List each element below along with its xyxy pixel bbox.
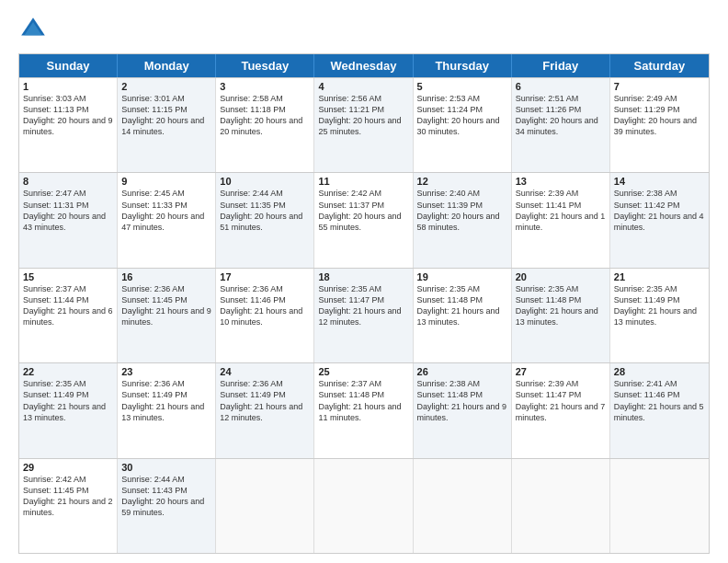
header-day-thursday: Thursday — [414, 54, 512, 77]
cal-cell: 8Sunrise: 2:47 AM Sunset: 11:31 PM Dayli… — [19, 173, 118, 267]
cal-cell — [414, 459, 512, 553]
day-number: 15 — [23, 271, 113, 282]
cal-cell: 26Sunrise: 2:38 AM Sunset: 11:48 PM Dayl… — [414, 363, 512, 457]
cal-cell: 10Sunrise: 2:44 AM Sunset: 11:35 PM Dayl… — [216, 173, 314, 267]
day-info: Sunrise: 2:35 AM Sunset: 11:48 PM Daylig… — [516, 283, 606, 328]
cal-cell: 20Sunrise: 2:35 AM Sunset: 11:48 PM Dayl… — [512, 269, 610, 362]
cal-cell: 9Sunrise: 2:45 AM Sunset: 11:33 PM Dayli… — [118, 173, 216, 267]
day-number: 19 — [417, 271, 507, 282]
day-number: 10 — [220, 176, 310, 187]
cal-cell: 15Sunrise: 2:37 AM Sunset: 11:44 PM Dayl… — [19, 269, 118, 362]
day-info: Sunrise: 2:40 AM Sunset: 11:39 PM Daylig… — [417, 188, 507, 233]
day-number: 18 — [318, 271, 408, 282]
day-number: 28 — [614, 366, 705, 377]
cal-cell: 11Sunrise: 2:42 AM Sunset: 11:37 PM Dayl… — [314, 173, 413, 267]
cal-cell: 23Sunrise: 2:36 AM Sunset: 11:49 PM Dayl… — [118, 363, 216, 457]
day-number: 30 — [121, 462, 211, 473]
day-number: 1 — [23, 81, 113, 92]
cal-cell: 6Sunrise: 2:51 AM Sunset: 11:26 PM Dayli… — [512, 78, 610, 172]
day-number: 29 — [23, 462, 113, 473]
day-info: Sunrise: 2:56 AM Sunset: 11:21 PM Daylig… — [318, 93, 408, 138]
day-number: 4 — [318, 81, 408, 92]
day-info: Sunrise: 2:51 AM Sunset: 11:26 PM Daylig… — [516, 93, 606, 138]
cal-cell: 30Sunrise: 2:44 AM Sunset: 11:43 PM Dayl… — [118, 459, 216, 553]
header-day-monday: Monday — [118, 54, 216, 77]
cal-cell: 4Sunrise: 2:56 AM Sunset: 11:21 PM Dayli… — [314, 78, 413, 172]
day-number: 16 — [121, 271, 211, 282]
day-number: 13 — [516, 176, 606, 187]
week-row-1: 1Sunrise: 3:03 AM Sunset: 11:13 PM Dayli… — [19, 77, 709, 172]
day-number: 7 — [614, 81, 705, 92]
cal-cell: 22Sunrise: 2:35 AM Sunset: 11:49 PM Dayl… — [19, 363, 118, 457]
week-row-4: 22Sunrise: 2:35 AM Sunset: 11:49 PM Dayl… — [19, 362, 709, 457]
cal-cell — [314, 459, 413, 553]
header-day-saturday: Saturday — [610, 54, 709, 77]
day-number: 21 — [614, 271, 705, 282]
day-info: Sunrise: 2:45 AM Sunset: 11:33 PM Daylig… — [121, 188, 211, 233]
cal-cell: 17Sunrise: 2:36 AM Sunset: 11:46 PM Dayl… — [216, 269, 314, 362]
cal-cell: 21Sunrise: 2:35 AM Sunset: 11:49 PM Dayl… — [610, 269, 709, 362]
cal-cell: 13Sunrise: 2:39 AM Sunset: 11:41 PM Dayl… — [512, 173, 610, 267]
day-info: Sunrise: 2:41 AM Sunset: 11:46 PM Daylig… — [614, 378, 705, 423]
day-number: 12 — [417, 176, 507, 187]
day-info: Sunrise: 2:35 AM Sunset: 11:49 PM Daylig… — [23, 378, 113, 423]
day-number: 25 — [318, 366, 408, 377]
day-number: 8 — [23, 176, 113, 187]
day-number: 26 — [417, 366, 507, 377]
cal-cell: 1Sunrise: 3:03 AM Sunset: 11:13 PM Dayli… — [19, 78, 118, 172]
day-info: Sunrise: 3:03 AM Sunset: 11:13 PM Daylig… — [23, 93, 113, 138]
day-info: Sunrise: 2:39 AM Sunset: 11:47 PM Daylig… — [516, 378, 606, 423]
cal-cell: 18Sunrise: 2:35 AM Sunset: 11:47 PM Dayl… — [314, 269, 413, 362]
calendar: SundayMondayTuesdayWednesdayThursdayFrid… — [18, 53, 710, 554]
cal-cell — [512, 459, 610, 553]
day-info: Sunrise: 2:58 AM Sunset: 11:18 PM Daylig… — [220, 93, 310, 138]
logo-icon — [18, 15, 48, 44]
day-number: 6 — [516, 81, 606, 92]
header — [18, 15, 710, 44]
day-number: 22 — [23, 366, 113, 377]
header-day-sunday: Sunday — [19, 54, 118, 77]
day-info: Sunrise: 2:36 AM Sunset: 11:49 PM Daylig… — [121, 378, 211, 423]
header-day-wednesday: Wednesday — [314, 54, 413, 77]
day-number: 11 — [318, 176, 408, 187]
week-row-3: 15Sunrise: 2:37 AM Sunset: 11:44 PM Dayl… — [19, 268, 709, 362]
day-info: Sunrise: 2:37 AM Sunset: 11:48 PM Daylig… — [318, 378, 408, 423]
day-number: 5 — [417, 81, 507, 92]
cal-cell: 28Sunrise: 2:41 AM Sunset: 11:46 PM Dayl… — [610, 363, 709, 457]
day-info: Sunrise: 2:44 AM Sunset: 11:43 PM Daylig… — [121, 474, 211, 519]
cal-cell: 5Sunrise: 2:53 AM Sunset: 11:24 PM Dayli… — [414, 78, 512, 172]
logo — [18, 15, 51, 44]
day-info: Sunrise: 2:35 AM Sunset: 11:47 PM Daylig… — [318, 283, 408, 328]
day-info: Sunrise: 2:35 AM Sunset: 11:49 PM Daylig… — [614, 283, 705, 328]
day-number: 9 — [121, 176, 211, 187]
calendar-header-row: SundayMondayTuesdayWednesdayThursdayFrid… — [19, 54, 709, 77]
day-number: 3 — [220, 81, 310, 92]
day-info: Sunrise: 2:42 AM Sunset: 11:45 PM Daylig… — [23, 474, 113, 519]
day-info: Sunrise: 2:38 AM Sunset: 11:48 PM Daylig… — [417, 378, 507, 423]
day-info: Sunrise: 2:44 AM Sunset: 11:35 PM Daylig… — [220, 188, 310, 233]
day-number: 2 — [121, 81, 211, 92]
cal-cell: 19Sunrise: 2:35 AM Sunset: 11:48 PM Dayl… — [414, 269, 512, 362]
cal-cell: 3Sunrise: 2:58 AM Sunset: 11:18 PM Dayli… — [216, 78, 314, 172]
calendar-body: 1Sunrise: 3:03 AM Sunset: 11:13 PM Dayli… — [19, 77, 709, 553]
header-day-friday: Friday — [512, 54, 610, 77]
cal-cell: 25Sunrise: 2:37 AM Sunset: 11:48 PM Dayl… — [314, 363, 413, 457]
week-row-5: 29Sunrise: 2:42 AM Sunset: 11:45 PM Dayl… — [19, 458, 709, 553]
cal-cell: 16Sunrise: 2:36 AM Sunset: 11:45 PM Dayl… — [118, 269, 216, 362]
cal-cell: 7Sunrise: 2:49 AM Sunset: 11:29 PM Dayli… — [610, 78, 709, 172]
cal-cell: 14Sunrise: 2:38 AM Sunset: 11:42 PM Dayl… — [610, 173, 709, 267]
day-info: Sunrise: 2:53 AM Sunset: 11:24 PM Daylig… — [417, 93, 507, 138]
cal-cell: 29Sunrise: 2:42 AM Sunset: 11:45 PM Dayl… — [19, 459, 118, 553]
day-info: Sunrise: 2:42 AM Sunset: 11:37 PM Daylig… — [318, 188, 408, 233]
day-info: Sunrise: 2:36 AM Sunset: 11:49 PM Daylig… — [220, 378, 310, 423]
page: SundayMondayTuesdayWednesdayThursdayFrid… — [0, 0, 728, 563]
day-info: Sunrise: 2:47 AM Sunset: 11:31 PM Daylig… — [23, 188, 113, 233]
day-info: Sunrise: 2:36 AM Sunset: 11:46 PM Daylig… — [220, 283, 310, 328]
day-info: Sunrise: 2:37 AM Sunset: 11:44 PM Daylig… — [23, 283, 113, 328]
day-number: 23 — [121, 366, 211, 377]
day-info: Sunrise: 2:35 AM Sunset: 11:48 PM Daylig… — [417, 283, 507, 328]
cal-cell: 24Sunrise: 2:36 AM Sunset: 11:49 PM Dayl… — [216, 363, 314, 457]
day-info: Sunrise: 2:49 AM Sunset: 11:29 PM Daylig… — [614, 93, 705, 138]
cal-cell: 27Sunrise: 2:39 AM Sunset: 11:47 PM Dayl… — [512, 363, 610, 457]
day-number: 27 — [516, 366, 606, 377]
